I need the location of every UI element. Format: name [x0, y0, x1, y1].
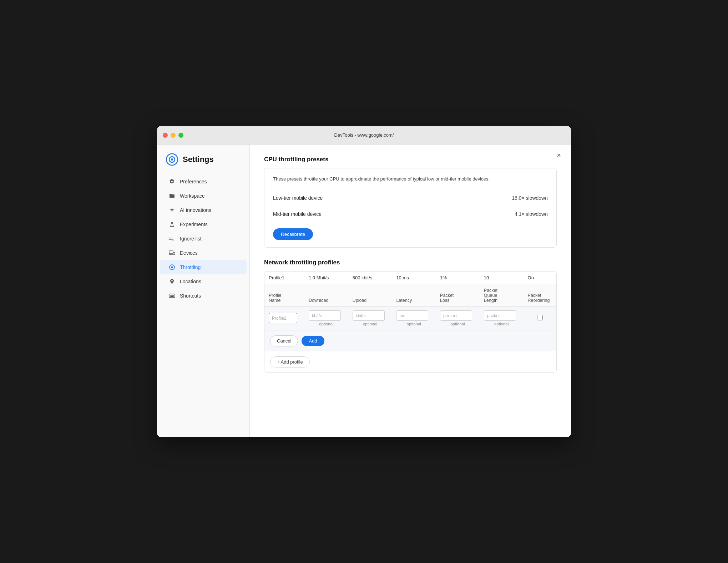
sidebar-item-preferences[interactable]: Preferences [160, 174, 247, 189]
throttle-icon [168, 264, 176, 271]
network-throttling-box: Profile1 1.0 Mbit/s 500 kbit/s 10 ms 1% … [264, 271, 557, 373]
sidebar-label-devices: Devices [180, 250, 198, 256]
sidebar-nav: Preferences Workspace [157, 174, 249, 303]
table-header-row: ProfileName Download Upload Latency Pack… [264, 284, 556, 306]
sidebar-item-experiments[interactable]: Experiments [160, 217, 247, 232]
minimize-traffic-light[interactable] [171, 133, 176, 138]
cpu-row-mid-value: 4.1× slowdown [515, 211, 548, 217]
col-header-upload: Upload [348, 284, 392, 306]
form-queue-cell: optional [480, 306, 524, 330]
form-download-cell: optional [304, 306, 348, 330]
sidebar-title: Settings [183, 155, 214, 164]
keyboard-icon [168, 292, 176, 299]
sparkle-icon [168, 207, 176, 214]
sidebar-item-ignorelist[interactable]: ≡ₓ Ignore list [160, 232, 247, 246]
maximize-traffic-light[interactable] [178, 133, 183, 138]
profile1-download: 1.0 Mbit/s [304, 272, 348, 284]
sidebar-item-shortcuts[interactable]: Shortcuts [160, 289, 247, 303]
latency-input[interactable] [396, 310, 428, 321]
svg-point-8 [171, 267, 173, 268]
profile1-latency: 10 ms [392, 272, 436, 284]
svg-rect-5 [173, 252, 175, 255]
col-header-queue: PacketQueueLength [480, 284, 524, 306]
svg-rect-4 [169, 251, 173, 254]
sidebar-label-workspace: Workspace [180, 193, 205, 199]
network-table: Profile1 1.0 Mbit/s 500 kbit/s 10 ms 1% … [264, 272, 556, 330]
cpu-section-title: CPU throttling presets [264, 156, 557, 163]
titlebar: DevTools - www.google.com/ [157, 126, 571, 144]
profile1-name: Profile1 [264, 272, 304, 284]
upload-input[interactable] [353, 310, 385, 321]
col-header-name: ProfileName [264, 284, 304, 306]
cancel-button[interactable]: Cancel [270, 335, 298, 346]
cpu-row-low-value: 16.0× slowdown [512, 195, 548, 201]
download-optional-label: optional [309, 322, 344, 326]
sidebar-item-ai[interactable]: AI innovations [160, 203, 247, 217]
col-header-reorder: PacketReordering [524, 284, 556, 306]
profile1-reorder: On [524, 272, 556, 284]
window-title: DevTools - www.google.com/ [334, 132, 394, 138]
devtools-icon [166, 153, 178, 166]
form-reorder-cell [524, 306, 556, 330]
sidebar: Settings Preferences [157, 144, 250, 437]
sidebar-label-shortcuts: Shortcuts [180, 293, 201, 299]
loss-optional-label: optional [440, 322, 475, 326]
latency-optional-label: optional [396, 322, 431, 326]
devtools-window: DevTools - www.google.com/ Settings [157, 126, 571, 437]
cpu-description: These presets throttle your CPU to appro… [273, 176, 530, 183]
cpu-row-low-label: Low-tier mobile device [273, 195, 323, 201]
form-actions: Cancel Add [264, 330, 556, 351]
sidebar-label-throttling: Throttling [180, 264, 201, 270]
svg-text:≡ₓ: ≡ₓ [169, 236, 174, 242]
flask-icon [168, 221, 176, 228]
form-name-cell [264, 306, 304, 330]
sidebar-item-devices[interactable]: Devices [160, 246, 247, 260]
sidebar-item-throttling[interactable]: Throttling [160, 260, 247, 274]
queue-optional-label: optional [484, 322, 519, 326]
form-loss-cell: optional [436, 306, 480, 330]
sidebar-label-experiments: Experiments [180, 222, 208, 227]
folder-icon [168, 192, 176, 199]
profile-data-row: Profile1 1.0 Mbit/s 500 kbit/s 10 ms 1% … [264, 272, 556, 284]
sidebar-label-preferences: Preferences [180, 179, 207, 184]
col-header-latency: Latency [392, 284, 436, 306]
add-profile-button[interactable]: + Add profile [270, 356, 310, 367]
profile1-upload: 500 kbit/s [348, 272, 392, 284]
sidebar-label-locations: Locations [180, 279, 201, 284]
queue-input[interactable] [484, 310, 516, 321]
loss-input[interactable] [440, 310, 472, 321]
devices-icon [168, 249, 176, 257]
new-profile-form-row: optional optional optional optional [264, 306, 556, 330]
profile1-loss: 1% [436, 272, 480, 284]
gear-icon [168, 178, 176, 185]
sidebar-label-ai: AI innovations [180, 207, 211, 213]
cpu-throttling-box: These presets throttle your CPU to appro… [264, 168, 557, 248]
window-body: Settings Preferences [157, 144, 571, 437]
close-button[interactable]: × [554, 150, 564, 160]
form-upload-cell: optional [348, 306, 392, 330]
sidebar-label-ignorelist: Ignore list [180, 236, 202, 242]
upload-optional-label: optional [353, 322, 388, 326]
profile1-queue: 10 [480, 272, 524, 284]
download-input[interactable] [309, 310, 341, 321]
main-content: × CPU throttling presets These presets t… [250, 144, 571, 437]
profile-name-input[interactable] [269, 313, 297, 323]
svg-point-2 [171, 158, 173, 161]
recalibrate-button[interactable]: Recalibrate [273, 228, 313, 240]
sidebar-header: Settings [157, 153, 249, 174]
sidebar-item-locations[interactable]: Locations [160, 274, 247, 289]
close-traffic-light[interactable] [163, 133, 168, 138]
add-button[interactable]: Add [302, 336, 324, 346]
add-profile-row: + Add profile [264, 351, 556, 372]
col-header-loss: PacketLoss [436, 284, 480, 306]
form-latency-cell: optional [392, 306, 436, 330]
filter-icon: ≡ₓ [168, 235, 176, 242]
cpu-row-mid-label: Mid-tier mobile device [273, 211, 322, 217]
network-section-title: Network throttling profiles [264, 259, 557, 266]
reorder-checkbox[interactable] [537, 315, 543, 320]
sidebar-item-workspace[interactable]: Workspace [160, 189, 247, 203]
col-header-download: Download [304, 284, 348, 306]
cpu-row-low: Low-tier mobile device 16.0× slowdown [273, 190, 548, 206]
traffic-lights [163, 133, 183, 138]
pin-icon [168, 278, 176, 285]
